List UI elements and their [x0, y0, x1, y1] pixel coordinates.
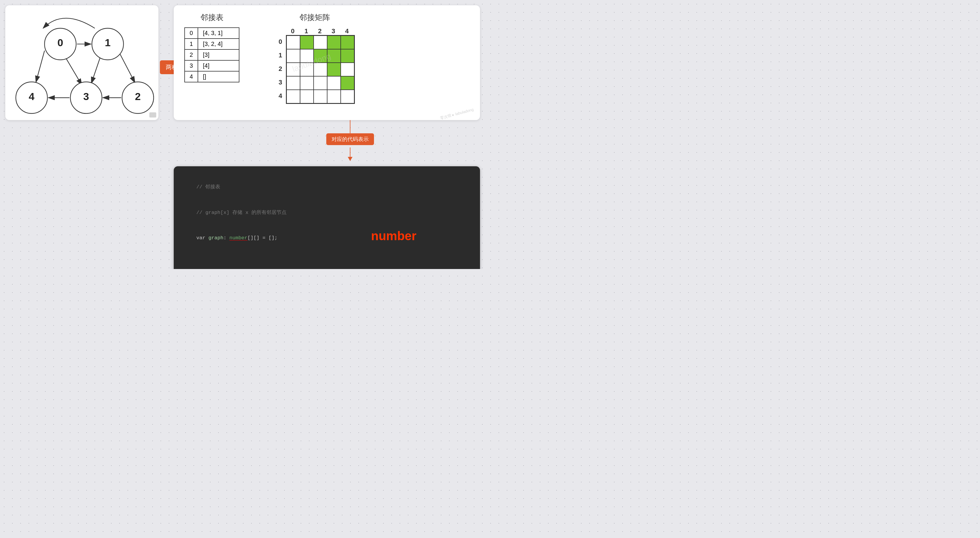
matrix-col-1: 1: [299, 27, 313, 35]
svg-line-5: [120, 54, 135, 83]
matrix-row-headers: 0 1 2 3 4: [275, 35, 286, 104]
adj-list-table: 0 [4, 3, 1] 1 [3, 2, 4] 2 [3] 3 [4]: [185, 27, 239, 83]
matrix-col-4: 4: [340, 27, 354, 35]
adj-list-val-4: []: [198, 71, 239, 82]
code-line-2: // graph[x] 存储 x 的所有邻居节点: [185, 200, 469, 226]
cell-2-4: [341, 63, 354, 76]
cell-1-2: [313, 49, 327, 63]
cell-3-4: [341, 76, 354, 90]
adj-matrix-title: 邻接矩阵: [275, 13, 355, 23]
adj-list-key-0: 0: [185, 28, 198, 38]
matrix-col-0: 0: [286, 27, 299, 35]
matrix-col-2: 2: [313, 27, 326, 35]
graph-varname: graph: [208, 235, 223, 241]
cell-1-3: [327, 49, 341, 63]
arrow-down: 对应的代码表示: [326, 120, 374, 161]
code-line-1: // 邻接表: [185, 175, 469, 200]
adj-list-title: 邻接表: [185, 13, 239, 23]
adj-list-val-0: [4, 3, 1]: [198, 28, 239, 38]
code-panel: // 邻接表 // graph[x] 存储 x 的所有邻居节点 var grap…: [174, 166, 480, 269]
graph-svg: 0 1 2 3 4: [5, 5, 158, 120]
svg-line-2: [66, 58, 82, 85]
svg-text:3: 3: [83, 90, 89, 102]
table-row: 1 [3, 2, 4]: [185, 38, 239, 49]
matrix-col-3: 3: [326, 27, 340, 35]
matrix-row-4: 4: [275, 89, 286, 103]
matrix-container: 0 1 2 3 4 0 1 2 3 4: [275, 27, 355, 104]
svg-rect-18: [149, 113, 156, 118]
adj-list-key-1: 1: [185, 38, 198, 49]
matrix-row-2: 2: [275, 62, 286, 76]
adj-list-val-1: [3, 2, 4]: [198, 38, 239, 49]
cell-2-0: [286, 63, 300, 76]
table-row: 0 [4, 3, 1]: [185, 28, 239, 38]
matrix-col-headers: 0 1 2 3 4: [286, 27, 354, 35]
comment-1: // 邻接表: [196, 184, 221, 190]
adj-list-key-2: 2: [185, 49, 198, 60]
var-keyword-1: var: [196, 235, 208, 241]
cell-4-4: [341, 90, 354, 103]
code-line-3: var graph: number[][] = []; number: [185, 225, 469, 260]
cell-4-2: [313, 90, 327, 103]
adj-panel: labuladong 邻接表 0 [4, 3, 1] 1 [3, 2, 4] 2: [174, 5, 480, 120]
matrix-row-1: 1: [275, 49, 286, 62]
matrix-grid: [286, 35, 355, 104]
cell-0-3: [327, 36, 341, 49]
adj-matrix-section: 邻接矩阵 0 1 2 3 4 0 1 2 3 4: [275, 13, 355, 113]
down-arrow-label: 对应的代码表示: [326, 133, 374, 145]
comment-2: // graph[x] 存储 x 的所有邻居节点: [196, 210, 286, 216]
svg-text:4: 4: [29, 90, 35, 102]
table-row: 4 []: [185, 71, 239, 82]
matrix-body: 0 1 2 3 4: [275, 35, 355, 104]
cell-0-2: [313, 36, 327, 49]
cell-3-1: [300, 76, 313, 90]
adj-list-val-3: [4]: [198, 60, 239, 71]
svg-line-4: [91, 57, 100, 84]
svg-text:1: 1: [105, 37, 111, 48]
cell-0-4: [341, 36, 354, 49]
matrix-row-3: 3: [275, 76, 286, 89]
adj-list-key-4: 4: [185, 71, 198, 82]
brackets-1: [][] = [];: [247, 235, 277, 241]
colon-1: :: [223, 235, 229, 241]
adj-list-val-2: [3]: [198, 49, 239, 60]
table-row: 2 [3]: [185, 49, 239, 60]
cell-2-3: [327, 63, 341, 76]
cell-4-3: [327, 90, 341, 103]
cell-1-0: [286, 49, 300, 63]
cell-0-1: [300, 36, 313, 49]
svg-line-3: [36, 51, 45, 82]
cell-2-2: [313, 63, 327, 76]
number-type: number: [229, 235, 247, 241]
cell-3-2: [313, 76, 327, 90]
cell-2-1: [300, 63, 313, 76]
cell-1-1: [300, 49, 313, 63]
cell-3-3: [327, 76, 341, 90]
cell-0-0: [286, 36, 300, 49]
number-label: number: [371, 225, 416, 246]
cell-1-4: [341, 49, 354, 63]
adj-list-section: 邻接表 0 [4, 3, 1] 1 [3, 2, 4] 2 [3]: [185, 13, 239, 113]
svg-text:0: 0: [57, 37, 63, 48]
svg-text:2: 2: [135, 90, 141, 102]
code-line-5: // 邻接矩阵: [185, 268, 469, 269]
adj-list-key-3: 3: [185, 60, 198, 71]
graph-panel: 0 1 2 3 4: [5, 5, 158, 120]
cell-4-0: [286, 90, 300, 103]
cell-4-1: [300, 90, 313, 103]
code-line-4: [185, 260, 469, 268]
matrix-row-0: 0: [275, 35, 286, 49]
table-row: 3 [4]: [185, 60, 239, 71]
cell-3-0: [286, 76, 300, 90]
